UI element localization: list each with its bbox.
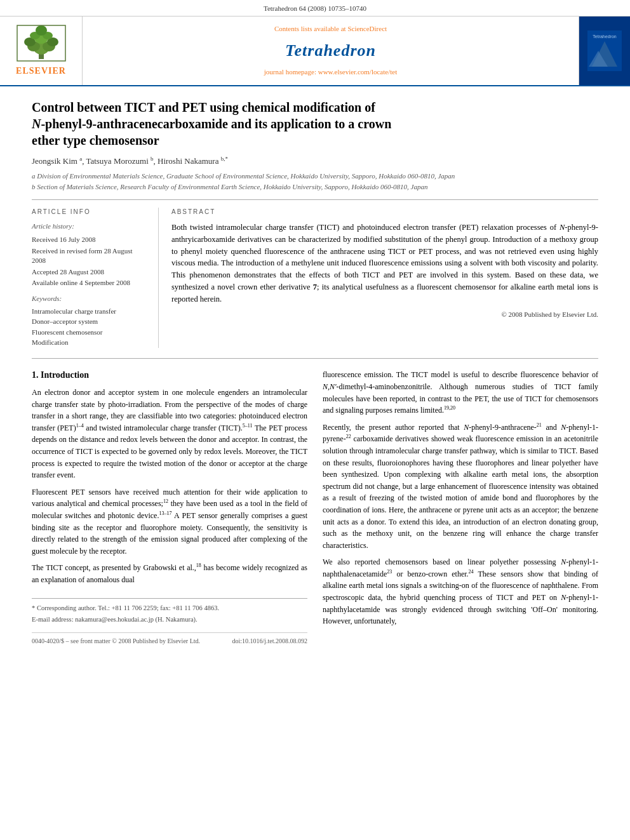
keywords-label: Keywords: — [32, 294, 148, 303]
svg-point-9 — [36, 25, 47, 36]
journal-issue-info: Tetrahedron 64 (2008) 10735–10740 — [264, 4, 366, 12]
received-revised-date: Received in revised form 28 August 2008 — [32, 246, 148, 266]
keyword-1: Intramolecular charge transfer — [32, 307, 148, 316]
intro-paragraph-1: An electron donor and acceptor system in… — [32, 387, 307, 481]
footer-bar: 0040-4020/$ – see front matter © 2008 Pu… — [32, 632, 307, 646]
divider-2 — [32, 358, 598, 359]
article-content: Control between TICT and PET using chemi… — [0, 86, 630, 658]
tet-logo-icon: Tetrahedron — [586, 29, 624, 73]
science-direct-link-text[interactable]: ScienceDirect — [347, 25, 387, 32]
elsevier-tree-icon — [16, 24, 67, 62]
doi-info: doi:10.1016/j.tet.2008.08.092 — [232, 637, 307, 646]
authors: Jeongsik Kim a, Tatsuya Morozumi b, Hiro… — [32, 155, 598, 168]
received-date: Received 16 July 2008 — [32, 235, 148, 244]
right-paragraph-1: fluorescence emission. The TICT model is… — [323, 369, 598, 416]
elsevier-wordmark: ELSEVIER — [16, 65, 66, 77]
footnotes: * Corresponding author. Tel.: +81 11 706… — [32, 598, 307, 624]
abstract-copyright: © 2008 Published by Elsevier Ltd. — [171, 310, 598, 319]
right-paragraph-3: We also reported chemosensors based on l… — [323, 556, 598, 627]
article-info-abstract: ARTICLE INFO Article history: Received 1… — [32, 208, 598, 348]
abstract-text: Both twisted intramolecular charge trans… — [171, 222, 598, 305]
abstract-column: ABSTRACT Both twisted intramolecular cha… — [171, 208, 598, 348]
affiliation-a: a Division of Environmental Materials Sc… — [32, 171, 598, 182]
body-right-column: fluorescence emission. The TICT model is… — [323, 369, 598, 645]
affiliations: a Division of Environmental Materials Sc… — [32, 171, 598, 192]
history-label: Article history: — [32, 222, 148, 231]
accepted-date: Accepted 28 August 2008 — [32, 267, 148, 277]
divider-1 — [32, 199, 598, 200]
article-title: Control between TICT and PET using chemi… — [32, 99, 598, 149]
page-wrapper: Tetrahedron 64 (2008) 10735–10740 — [0, 0, 630, 658]
body-left-column: 1. Introduction An electron donor and ac… — [32, 369, 307, 645]
affiliation-b: b Section of Materials Science, Research… — [32, 182, 598, 192]
article-info-label: ARTICLE INFO — [32, 208, 148, 217]
article-info-column: ARTICLE INFO Article history: Received 1… — [32, 208, 159, 348]
intro-paragraph-3: The TICT concept, as presented by Grabow… — [32, 562, 307, 585]
tetrahedron-logo: Tetrahedron — [586, 29, 624, 73]
keyword-2: Donor–acceptor system — [32, 317, 148, 326]
keyword-4: Modification — [32, 338, 148, 347]
email-footnote: E-mail address: nakamura@ees.hokudai.ac.… — [32, 615, 307, 625]
journal-header-center: Contents lists available at ScienceDirec… — [83, 17, 579, 84]
journal-header: ELSEVIER Contents lists available at Sci… — [0, 17, 630, 86]
elsevier-logo: ELSEVIER — [16, 24, 67, 77]
right-paragraph-2: Recently, the present author reported th… — [323, 422, 598, 552]
introduction-heading: 1. Introduction — [32, 369, 307, 382]
top-bar: Tetrahedron 64 (2008) 10735–10740 — [0, 0, 630, 17]
keyword-3: Fluorescent chemosensor — [32, 328, 148, 337]
issn-info: 0040-4020/$ – see front matter © 2008 Pu… — [32, 637, 200, 646]
tetrahedron-logo-area: Tetrahedron — [579, 17, 630, 84]
available-online-date: Available online 4 September 2008 — [32, 278, 148, 288]
science-direct-line: Contents lists available at ScienceDirec… — [274, 24, 387, 34]
journal-title: Tetrahedron — [285, 39, 376, 62]
corresponding-author-footnote: * Corresponding author. Tel.: +81 11 706… — [32, 604, 307, 613]
body-columns: 1. Introduction An electron donor and ac… — [32, 369, 598, 645]
intro-paragraph-2: Fluorescent PET sensors have received mu… — [32, 486, 307, 557]
abstract-label: ABSTRACT — [171, 208, 598, 217]
journal-homepage: journal homepage: www.elsevier.com/locat… — [264, 67, 397, 77]
elsevier-logo-area: ELSEVIER — [0, 17, 83, 84]
homepage-url[interactable]: www.elsevier.com/locate/tet — [318, 68, 398, 76]
svg-text:Tetrahedron: Tetrahedron — [593, 34, 616, 39]
